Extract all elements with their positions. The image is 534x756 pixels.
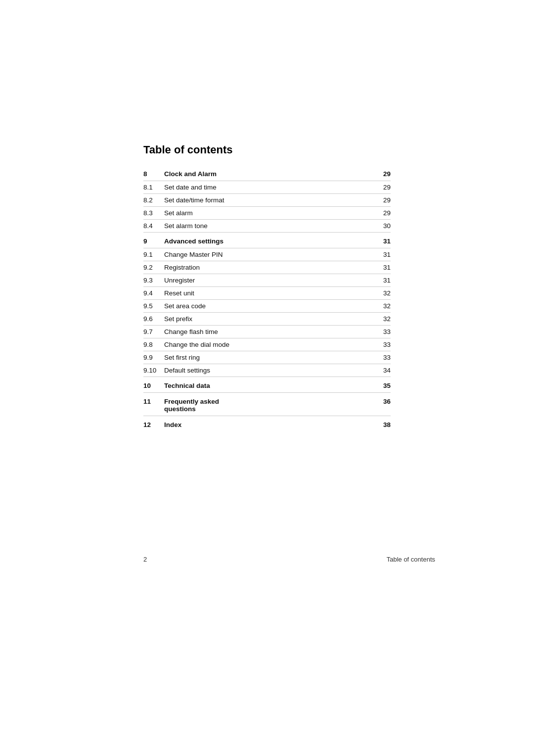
row-9-5-num: 9.5 (143, 300, 164, 313)
row-8-1-page: 29 (373, 181, 391, 194)
section-10-page: 35 (373, 377, 391, 393)
toc-section-12: 12 Index 38 (143, 416, 391, 432)
toc-row-9-3: 9.3 Unregister 31 (143, 274, 391, 287)
row-8-3-page: 29 (373, 207, 391, 220)
row-9-4-page: 32 (373, 287, 391, 300)
row-9-10-page: 34 (373, 364, 391, 377)
row-9-6-page: 32 (373, 313, 391, 326)
row-9-3-num: 9.3 (143, 274, 164, 287)
section-9-title: Advanced settings (164, 233, 373, 248)
section-8-title: Clock and Alarm (164, 165, 373, 181)
footer-toc-label: Table of contents (387, 556, 435, 563)
row-8-2-num: 8.2 (143, 194, 164, 207)
toc-row-9-8: 9.8 Change the dial mode 33 (143, 338, 391, 351)
toc-section-9: 9 Advanced settings 31 (143, 233, 391, 248)
row-8-1-title: Set date and time (164, 181, 373, 194)
row-8-2-page: 29 (373, 194, 391, 207)
row-9-1-page: 31 (373, 248, 391, 261)
row-9-2-page: 31 (373, 261, 391, 274)
toc-row-9-1: 9.1 Change Master PIN 31 (143, 248, 391, 261)
row-8-1-num: 8.1 (143, 181, 164, 194)
row-9-8-page: 33 (373, 338, 391, 351)
section-11-num: 11 (143, 393, 164, 416)
toc-row-9-5: 9.5 Set area code 32 (143, 300, 391, 313)
row-9-10-num: 9.10 (143, 364, 164, 377)
section-11-page: 36 (373, 393, 391, 416)
section-12-num: 12 (143, 416, 164, 432)
toc-title: Table of contents (143, 143, 391, 156)
toc-row-9-9: 9.9 Set first ring 33 (143, 351, 391, 364)
toc-row-9-10: 9.10 Default settings 34 (143, 364, 391, 377)
toc-row-9-7: 9.7 Change flash time 33 (143, 326, 391, 338)
row-9-5-title: Set area code (164, 300, 373, 313)
row-9-9-page: 33 (373, 351, 391, 364)
row-9-1-num: 9.1 (143, 248, 164, 261)
footer-page-number: 2 (143, 556, 147, 563)
row-8-2-title: Set date/time format (164, 194, 373, 207)
toc-row-8-3: 8.3 Set alarm 29 (143, 207, 391, 220)
section-12-page: 38 (373, 416, 391, 432)
row-9-9-num: 9.9 (143, 351, 164, 364)
toc-row-9-4: 9.4 Reset unit 32 (143, 287, 391, 300)
toc-row-8-1: 8.1 Set date and time 29 (143, 181, 391, 194)
row-9-4-num: 9.4 (143, 287, 164, 300)
section-10-num: 10 (143, 377, 164, 393)
row-9-5-page: 32 (373, 300, 391, 313)
row-9-6-num: 9.6 (143, 313, 164, 326)
row-9-1-title: Change Master PIN (164, 248, 373, 261)
row-9-2-title: Registration (164, 261, 373, 274)
section-10-title: Technical data (164, 377, 373, 393)
row-9-8-num: 9.8 (143, 338, 164, 351)
section-9-page: 31 (373, 233, 391, 248)
row-9-2-num: 9.2 (143, 261, 164, 274)
row-9-8-title: Change the dial mode (164, 338, 373, 351)
row-9-7-num: 9.7 (143, 326, 164, 338)
row-8-3-title: Set alarm (164, 207, 373, 220)
row-9-7-page: 33 (373, 326, 391, 338)
toc-table: 8 Clock and Alarm 29 8.1 Set date and ti… (143, 165, 391, 431)
row-8-3-num: 8.3 (143, 207, 164, 220)
toc-row-9-6: 9.6 Set prefix 32 (143, 313, 391, 326)
toc-section-10: 10 Technical data 35 (143, 377, 391, 393)
row-8-4-num: 8.4 (143, 220, 164, 233)
toc-section-8: 8 Clock and Alarm 29 (143, 165, 391, 181)
section-11-title: Frequently askedquestions (164, 393, 373, 416)
row-9-10-title: Default settings (164, 364, 373, 377)
row-9-7-title: Change flash time (164, 326, 373, 338)
row-9-9-title: Set first ring (164, 351, 373, 364)
section-8-page: 29 (373, 165, 391, 181)
row-8-4-page: 30 (373, 220, 391, 233)
page: Table of contents 8 Clock and Alarm 29 8… (0, 0, 534, 756)
section-8-num: 8 (143, 165, 164, 181)
row-8-4-title: Set alarm tone (164, 220, 373, 233)
toc-section-11: 11 Frequently askedquestions 36 (143, 393, 391, 416)
toc-row-9-2: 9.2 Registration 31 (143, 261, 391, 274)
row-9-4-title: Reset unit (164, 287, 373, 300)
toc-row-8-2: 8.2 Set date/time format 29 (143, 194, 391, 207)
row-9-6-title: Set prefix (164, 313, 373, 326)
toc-row-8-4: 8.4 Set alarm tone 30 (143, 220, 391, 233)
row-9-3-title: Unregister (164, 274, 373, 287)
row-9-3-page: 31 (373, 274, 391, 287)
section-12-title: Index (164, 416, 373, 432)
section-9-num: 9 (143, 233, 164, 248)
content-area: Table of contents 8 Clock and Alarm 29 8… (143, 143, 391, 431)
